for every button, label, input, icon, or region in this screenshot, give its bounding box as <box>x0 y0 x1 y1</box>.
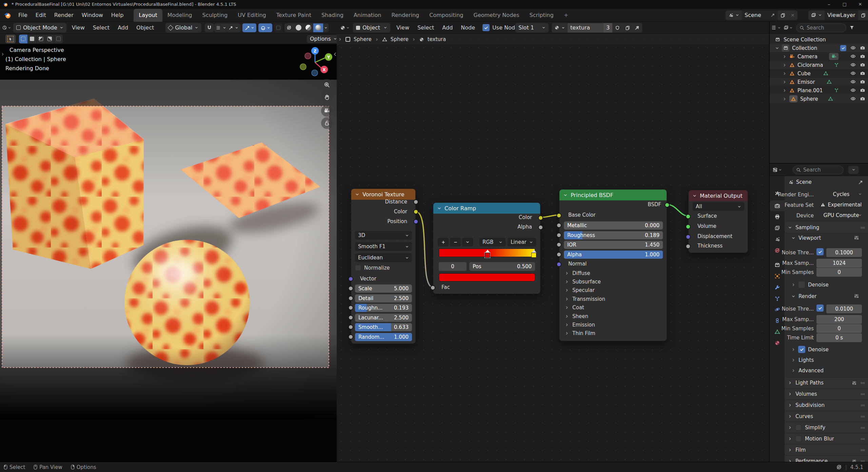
tab-world-icon[interactable] <box>774 248 780 253</box>
bsdf-section-coat[interactable]: Coat <box>565 304 584 311</box>
viewport-menu-object[interactable]: Object <box>132 24 158 31</box>
socket-normal[interactable] <box>556 262 561 267</box>
blender-menu-icon[interactable] <box>3 11 12 19</box>
socket-scale[interactable] <box>348 286 353 291</box>
outliner-row-emisor[interactable]: Emisor <box>770 78 868 86</box>
device-dropdown[interactable]: GPU Compute <box>818 211 865 220</box>
chevron-right-icon[interactable] <box>783 88 787 93</box>
ramp-color-mode-dropdown[interactable]: RGB <box>479 238 506 247</box>
ramp-add-stop-button[interactable] <box>438 238 449 247</box>
camera-visibility-icon[interactable] <box>860 79 865 84</box>
tab-shading[interactable]: Shading <box>316 9 349 22</box>
camera-visibility-icon[interactable] <box>860 62 865 67</box>
node-menu-select[interactable]: Select <box>413 24 438 31</box>
tab-object-icon[interactable] <box>774 273 780 279</box>
tab-sculpting[interactable]: Sculpting <box>197 9 233 22</box>
socket-roughness[interactable] <box>556 233 561 238</box>
tab-compositing[interactable]: Compositing <box>424 9 468 22</box>
scene-copy-button[interactable] <box>778 11 788 20</box>
tab-scripting[interactable]: Scripting <box>524 9 558 22</box>
grip-icon[interactable] <box>860 403 865 408</box>
socket-position[interactable] <box>413 219 418 224</box>
properties-search-input[interactable]: Search <box>793 165 844 174</box>
voronoi-roughness-slider[interactable]: Roughn...0.193 <box>355 304 412 312</box>
viewport-denoise-row[interactable]: Denoise <box>791 281 829 288</box>
viewlayer-browse-button[interactable] <box>808 11 825 20</box>
shader-type-dropdown[interactable]: Object <box>353 23 390 33</box>
grip-icon[interactable] <box>860 380 865 386</box>
menu-help[interactable]: Help <box>107 12 127 18</box>
bsdf-section-transmission[interactable]: Transmission <box>565 296 605 302</box>
shading-solid-button[interactable] <box>294 23 303 32</box>
tab-constraints-icon[interactable] <box>774 318 780 323</box>
viewport-editor-type-button[interactable] <box>2 25 11 30</box>
outliner-row-ciclorama[interactable]: Ciclorama <box>770 61 868 69</box>
ramp-stop-selected[interactable] <box>485 250 490 258</box>
subpanel-lights[interactable]: Lights <box>791 357 814 363</box>
outliner-row-sphere[interactable]: Sphere <box>770 95 868 103</box>
scene-name-field[interactable]: Scene <box>742 11 778 20</box>
add-workspace-button[interactable]: + <box>559 9 573 22</box>
node-color-ramp[interactable]: Color Ramp Color Alpha RGB Linear 0 Pos0… <box>433 202 540 294</box>
render-denoise-row[interactable]: Denoise <box>791 346 829 353</box>
tab-data-icon[interactable] <box>774 329 780 335</box>
bsdf-roughness-slider[interactable]: Roughness0.189 <box>564 231 663 239</box>
tab-rendering[interactable]: Rendering <box>387 9 425 22</box>
render-min-field[interactable]: 0 <box>816 324 862 333</box>
feature-set-dropdown[interactable]: Experimental <box>818 200 865 209</box>
select-mode-extend-button[interactable] <box>28 35 36 43</box>
camera-visibility-icon[interactable] <box>860 96 865 101</box>
tab-layout[interactable]: Layout <box>134 9 162 22</box>
select-mode-intersect-button[interactable] <box>54 35 63 43</box>
select-mode-invert-button[interactable] <box>45 35 54 43</box>
sliders-icon[interactable] <box>852 380 857 386</box>
tab-output-icon[interactable] <box>774 214 780 220</box>
voronoi-header[interactable]: Voronoi Texture <box>351 189 415 200</box>
voronoi-normalize-checkbox[interactable]: Normalize <box>355 265 390 271</box>
eye-icon[interactable] <box>850 54 856 59</box>
material-users-button[interactable]: 3 <box>604 23 612 33</box>
bsdf-ior-slider[interactable]: IOR1.450 <box>564 241 663 249</box>
menu-window[interactable]: Window <box>78 12 107 18</box>
shading-dropdown-button[interactable] <box>323 23 329 32</box>
time-limit-field[interactable]: 0 s <box>816 333 862 342</box>
viewport-camera-button[interactable] <box>321 105 333 117</box>
viewlayer-name-field[interactable]: ViewLayer <box>825 11 858 20</box>
outliner-display-mode-button[interactable] <box>772 25 781 30</box>
voronoi-detail-slider[interactable]: Detail2.500 <box>355 294 412 302</box>
bsdf-section-diffuse[interactable]: Diffuse <box>565 270 590 276</box>
chevron-right-icon[interactable] <box>783 97 787 101</box>
noise-threshold-field[interactable]: 0.1000 <box>826 248 862 257</box>
outliner-row-camera[interactable]: Camera <box>770 52 868 61</box>
panel-curves[interactable]: Curves <box>785 411 868 422</box>
breadcrumb-expand-icon[interactable] <box>338 37 342 42</box>
socket-randomness[interactable] <box>348 334 353 339</box>
chevron-right-icon[interactable] <box>783 55 787 59</box>
socket-ior[interactable] <box>556 242 561 247</box>
outliner-row-scene-collection[interactable]: Scene Collection <box>770 35 868 44</box>
active-tool-button[interactable] <box>5 35 16 43</box>
toolbar-expand-icon[interactable] <box>1 52 5 57</box>
voronoi-randomness-slider[interactable]: Random...1.000 <box>355 333 412 341</box>
bsdf-section-specular[interactable]: Specular <box>565 287 595 293</box>
socket-roughness[interactable] <box>348 305 353 310</box>
socket-lacunarity[interactable] <box>348 315 353 320</box>
sliders-icon[interactable] <box>854 235 859 240</box>
socket-detail[interactable] <box>348 296 353 301</box>
bsdf-section-subsurface[interactable]: Subsurface <box>565 279 601 285</box>
mode-dropdown[interactable]: Object Mode <box>13 23 66 33</box>
socket-bsdf[interactable] <box>665 202 670 208</box>
outliner-filter-type-button[interactable] <box>784 25 793 30</box>
viewport-lock-button[interactable] <box>321 117 333 129</box>
collapse-icon[interactable] <box>437 206 441 211</box>
network-offline-icon[interactable] <box>836 464 842 470</box>
chevron-down-icon[interactable] <box>775 46 779 50</box>
ramp-stop-end[interactable] <box>531 250 536 258</box>
node-editor-type-button[interactable] <box>340 25 350 31</box>
output-target-dropdown[interactable]: All <box>693 202 744 211</box>
material-new-copy-button[interactable] <box>623 23 633 33</box>
sliders-icon[interactable] <box>854 293 859 299</box>
viewport-menu-view[interactable]: View <box>68 24 89 31</box>
tab-viewlayer-icon[interactable] <box>774 225 780 231</box>
select-mode-set-button[interactable] <box>19 35 27 43</box>
